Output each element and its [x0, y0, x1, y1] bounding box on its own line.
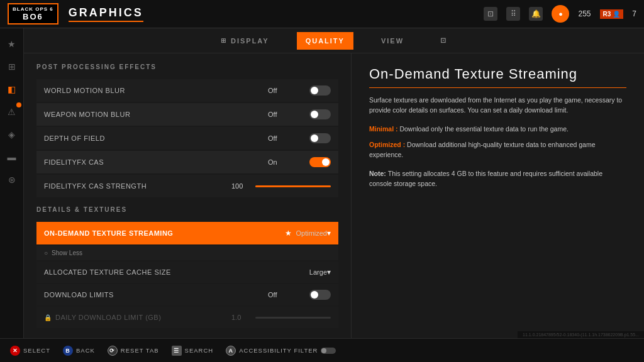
display-tab-label: DISPLAY: [231, 37, 269, 45]
select-btn[interactable]: ✕: [10, 346, 20, 356]
statusbar: 11.1.0.21847895/52-0.18340-(11.1.1h.1738…: [518, 331, 644, 338]
world-motion-blur-value: Off: [268, 87, 306, 94]
world-motion-blur-toggle[interactable]: [309, 85, 331, 96]
daily-download-label: Daily Download Limit (GB): [55, 314, 161, 321]
cas-strength-value: 100: [231, 182, 250, 190]
detail-title: On-Demand Texture Streaming: [369, 66, 626, 88]
accessibility-label: ACCESSIBILITY FILTER: [239, 347, 318, 354]
cas-toggle[interactable]: [309, 157, 331, 167]
sidebar: ★ ⊞ ◧ ⚠ ◈ ▬ ⊛: [0, 28, 24, 338]
texture-cache-control[interactable]: Large ▾: [309, 268, 331, 277]
cas-value: On: [268, 158, 306, 166]
cas-control[interactable]: On: [268, 157, 331, 167]
grid-icon[interactable]: ⠿: [506, 7, 520, 21]
page-title: GRAPHICS: [69, 6, 143, 22]
cas-strength-label: FIDELITYFX CAS Strength: [44, 182, 231, 190]
texture-cache-value: Large: [309, 268, 327, 276]
sidebar-item-star[interactable]: ★: [3, 35, 21, 53]
dof-toggle[interactable]: [309, 133, 331, 143]
download-limits-label: Download Limits: [44, 291, 268, 299]
sidebar-item-cards[interactable]: ▬: [3, 148, 21, 167]
tab-display[interactable]: ⊞ DISPLAY: [212, 32, 278, 50]
rank-badge: R3 👤: [600, 9, 624, 19]
dof-label: Depth of Field: [44, 134, 268, 142]
detail-intro: Surface textures are downloaded from the…: [369, 96, 626, 116]
bb-accessibility[interactable]: A ACCESSIBILITY FILTER: [226, 346, 336, 356]
cas-label: FIDELITYFX CAS: [44, 158, 268, 166]
detail-note-text: This setting allocates 4 GB to this feat…: [369, 170, 602, 187]
on-demand-control[interactable]: Optimized ▾: [296, 229, 331, 238]
bell-icon[interactable]: 🔔: [529, 7, 543, 21]
on-demand-value: Optimized: [296, 229, 327, 237]
statusbar-text: 11.1.0.21847895/52-0.18340-(11.1.1h.1738…: [523, 332, 639, 337]
on-demand-chevron: ▾: [327, 229, 331, 238]
post-processing-title: POST PROCESSING EFFECTS: [36, 63, 338, 73]
tab-view[interactable]: VIEW: [372, 32, 413, 50]
bb-select[interactable]: ✕ SELECT: [10, 346, 50, 356]
dof-control[interactable]: Off: [268, 133, 331, 143]
download-limits-toggle[interactable]: [309, 290, 331, 300]
party-count: 7: [632, 9, 636, 18]
detail-option-minimal-label: Minimal :: [369, 125, 399, 133]
view-tab-label: VIEW: [381, 37, 404, 45]
topbar: BLACK OPS 6 BO6 GRAPHICS ⊡ ⠿ 🔔 ● 255 R3 …: [0, 0, 644, 28]
show-less-label: Show Less: [52, 250, 82, 256]
texture-cache-chevron: ▾: [327, 268, 331, 277]
detail-option-minimal: Minimal : Download only the essential te…: [369, 124, 626, 134]
topbar-right: ⊡ ⠿ 🔔 ● 255 R3 👤 7: [484, 5, 636, 23]
dof-row: Depth of Field Off: [36, 127, 338, 150]
cas-strength-track[interactable]: [255, 185, 331, 187]
on-demand-label: On-Demand Texture Streaming: [44, 229, 285, 237]
nav-tabs: ⊞ DISPLAY QUALITY VIEW ⊡: [24, 28, 644, 53]
lock-icon: 🔒: [44, 314, 52, 321]
detail-intro-orange: Surface textures are downloaded from the…: [369, 96, 516, 104]
display-tab-icon: ⊞: [221, 37, 227, 44]
logo-bottom: BO6: [23, 12, 43, 21]
weapon-motion-blur-control[interactable]: Off: [268, 109, 331, 119]
detail-note-label: Note:: [369, 170, 388, 177]
cas-strength-row: FIDELITYFX CAS Strength 100: [36, 175, 338, 197]
avatar[interactable]: ●: [552, 5, 569, 23]
detail-option-optimized-label: Optimized :: [369, 141, 407, 148]
sidebar-item-gamepad[interactable]: ⊞: [3, 57, 21, 76]
reset-tab-btn[interactable]: ⟳: [108, 346, 118, 356]
daily-download-track: [255, 317, 331, 319]
cas-strength-control[interactable]: 100: [231, 182, 331, 190]
show-less-row[interactable]: ○ Show Less: [36, 246, 338, 260]
logo-box: BLACK OPS 6 BO6: [8, 3, 58, 25]
logo-top: BLACK OPS 6: [13, 6, 53, 12]
search-btn[interactable]: ☰: [172, 346, 182, 356]
bb-reset-tab[interactable]: ⟳ RESET TAB: [108, 346, 159, 356]
bb-search[interactable]: ☰ SEARCH: [172, 346, 214, 356]
tab-extra[interactable]: ⊡: [431, 31, 456, 50]
on-demand-row[interactable]: On-Demand Texture Streaming ★ Optimized …: [36, 222, 338, 244]
rank-icon: 👤: [613, 11, 620, 18]
quality-tab-label: QUALITY: [306, 37, 345, 45]
download-limits-control[interactable]: Off: [268, 290, 331, 300]
tab-quality[interactable]: QUALITY: [297, 32, 353, 50]
back-btn[interactable]: B: [63, 346, 73, 356]
bb-back[interactable]: B BACK: [63, 346, 95, 356]
weapon-motion-blur-label: Weapon Motion Blur: [44, 111, 268, 118]
back-label: BACK: [76, 347, 95, 354]
sidebar-badge: [16, 102, 21, 107]
accessibility-btn[interactable]: A: [226, 346, 236, 356]
sidebar-item-display[interactable]: ◧: [3, 80, 21, 99]
sidebar-item-audio[interactable]: ◈: [3, 125, 21, 144]
daily-download-control: 1.0: [231, 314, 331, 321]
search-label: SEARCH: [185, 347, 214, 354]
main-content: POST PROCESSING EFFECTS World Motion Blu…: [24, 53, 644, 338]
detail-option-optimized: Optimized : Download additional high-qua…: [369, 140, 626, 160]
star-icon: ★: [285, 229, 292, 238]
player-score: 255: [578, 9, 591, 18]
weapon-motion-blur-toggle[interactable]: [309, 109, 331, 119]
world-motion-blur-control[interactable]: Off: [268, 85, 331, 96]
detail-note: Note: This setting allocates 4 GB to thi…: [369, 169, 626, 189]
accessibility-toggle[interactable]: [321, 348, 336, 354]
sidebar-item-alert[interactable]: ⚠: [3, 102, 21, 121]
controller-icon[interactable]: ⊡: [484, 7, 497, 21]
right-panel: On-Demand Texture Streaming Surface text…: [351, 53, 644, 338]
sidebar-item-network[interactable]: ⊛: [3, 170, 21, 189]
cas-strength-fill: [255, 185, 331, 187]
left-panel: POST PROCESSING EFFECTS World Motion Blu…: [24, 53, 351, 338]
